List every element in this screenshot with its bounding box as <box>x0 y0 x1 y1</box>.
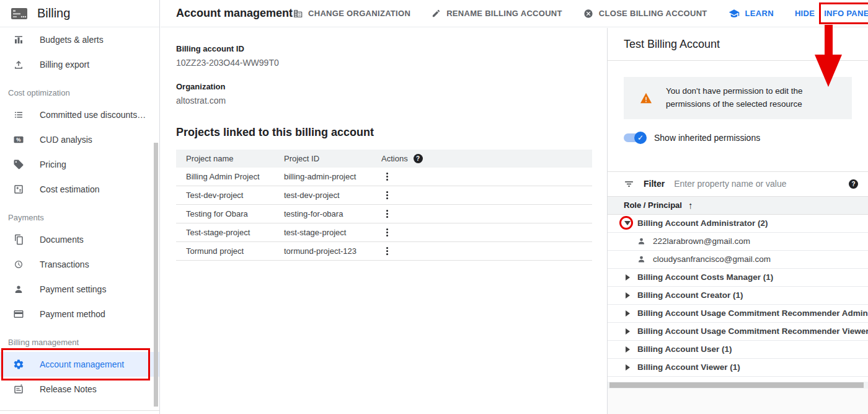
section-cost-optimization: Cost optimization <box>0 77 159 102</box>
sidebar-header: Billing <box>0 0 159 27</box>
sidebar-item-payment-settings[interactable]: Payment settings <box>0 277 159 302</box>
sort-ascending-icon: ↑ <box>688 200 693 210</box>
table-row: Testing for Obara testing-for-obara <box>176 205 592 223</box>
topbar-actions: CHANGE ORGANIZATION RENAME BILLING ACCOU… <box>293 7 868 19</box>
account-management-icon <box>13 359 24 370</box>
expand-caret-icon[interactable] <box>624 292 631 299</box>
sidebar-item-payment-method[interactable]: Payment method <box>0 302 159 326</box>
sidebar-divider <box>0 410 159 411</box>
billing-card-icon <box>11 7 28 20</box>
show-inherited-permissions-toggle[interactable]: ✓ <box>624 133 645 142</box>
main-content: Billing account ID 10ZZ23-203O44-WW99T0 … <box>161 28 606 414</box>
collapse-caret-icon[interactable] <box>624 220 631 227</box>
role-row-recommender-admin[interactable]: Billing Account Usage Commitment Recomme… <box>608 305 868 323</box>
expand-caret-icon[interactable] <box>624 364 631 371</box>
more-actions-icon[interactable] <box>381 245 592 258</box>
inherited-permissions-toggle-row: ✓ Show inherited permissions <box>624 133 868 143</box>
member-email: cloudysanfrancisco@gmail.com <box>653 254 771 264</box>
sidebar-item-budgets-alerts[interactable]: Budgets & alerts <box>0 27 159 52</box>
more-actions-icon[interactable] <box>381 170 592 183</box>
payment-method-icon <box>13 308 24 320</box>
role-row-creator[interactable]: Billing Account Creator (1) <box>608 287 868 305</box>
role-principal-header[interactable]: Role / Principal ↑ <box>608 196 868 215</box>
project-id: test-stage-project <box>284 228 381 237</box>
sidebar-item-release-notes[interactable]: Release Notes <box>0 377 159 402</box>
sidebar-item-cud-analysis[interactable]: % CUD analysis <box>0 127 159 152</box>
svg-text:%: % <box>16 137 21 143</box>
learn-button[interactable]: LEARN <box>728 8 774 19</box>
documents-icon <box>13 234 24 245</box>
release-notes-icon <box>13 384 24 395</box>
filter-help-icon[interactable]: ? <box>849 179 858 189</box>
table-row: Billing Admin Project billing-admin-proj… <box>176 168 592 186</box>
warning-icon <box>640 92 652 104</box>
project-name: Test-stage-project <box>186 228 284 237</box>
role-row-user[interactable]: Billing Account User (1) <box>608 341 868 359</box>
transactions-icon <box>13 259 24 270</box>
page-title: Account management <box>176 7 293 20</box>
sidebar-item-cost-estimation[interactable]: Cost estimation <box>0 177 159 202</box>
expand-caret-icon[interactable] <box>624 310 631 317</box>
table-row: Test-stage-project test-stage-project <box>176 223 592 242</box>
budgets-alerts-icon <box>13 34 24 45</box>
billing-export-icon <box>13 59 24 70</box>
project-name: Test-dev-project <box>186 191 284 200</box>
table-row: Tormund project tormund-project-123 <box>176 242 592 261</box>
pencil-icon <box>432 9 441 18</box>
billing-account-id-field: Billing account ID 10ZZ23-203O44-WW99T0 <box>176 44 606 68</box>
actions-help-icon[interactable]: ? <box>414 154 423 163</box>
sidebar-nav: Budgets & alerts Billing export Cost opt… <box>0 27 159 411</box>
projects-table: Project name Project ID Actions ? Billin… <box>176 150 592 261</box>
sidebar-item-account-management[interactable]: Account management <box>0 352 159 377</box>
project-id: billing-admin-project <box>284 172 381 181</box>
role-row-billing-account-administrator[interactable]: Billing Account Administrator (2) <box>608 215 868 233</box>
more-actions-icon[interactable] <box>381 189 592 202</box>
person-icon <box>637 254 646 264</box>
annotation-box-info-panel: INFO PANEL <box>819 2 868 24</box>
expand-caret-icon[interactable] <box>624 346 631 353</box>
project-id: test-dev-project <box>284 191 381 200</box>
horizontal-scrollbar-thumb[interactable] <box>609 382 864 388</box>
cud-analysis-icon: % <box>13 134 24 145</box>
horizontal-scrollbar <box>608 382 868 389</box>
sidebar-item-committed-use-discounts[interactable]: Committed use discounts… <box>0 102 159 127</box>
panel-bottom-area <box>608 389 868 414</box>
rename-billing-account-button[interactable]: RENAME BILLING ACCOUNT <box>432 9 562 18</box>
change-organization-button[interactable]: CHANGE ORGANIZATION <box>293 9 410 19</box>
close-billing-account-button[interactable]: CLOSE BILLING ACCOUNT <box>583 9 707 19</box>
topbar: Account management CHANGE ORGANIZATION R… <box>161 0 868 27</box>
section-payments: Payments <box>0 202 159 227</box>
filter-input[interactable] <box>674 179 839 189</box>
project-name: Billing Admin Project <box>186 172 284 181</box>
project-id: tormund-project-123 <box>284 246 381 256</box>
member-email: 222larabrown@gmail.com <box>653 236 750 246</box>
projects-section-title: Projects linked to this billing account <box>176 126 606 139</box>
billing-account-id-value: 10ZZ23-203O44-WW99T0 <box>176 58 606 68</box>
expand-caret-icon[interactable] <box>624 274 631 281</box>
close-circle-icon <box>583 9 593 19</box>
person-icon <box>637 236 646 246</box>
hide-info-panel-button[interactable]: HIDE INFO PANEL <box>795 7 868 19</box>
sidebar-item-transactions[interactable]: Transactions <box>0 252 159 277</box>
sidebar-item-documents[interactable]: Documents <box>0 227 159 252</box>
organization-icon <box>293 9 303 19</box>
more-actions-icon[interactable] <box>381 226 592 239</box>
role-row-viewer[interactable]: Billing Account Viewer (1) <box>608 359 868 377</box>
learn-icon <box>728 8 740 19</box>
sidebar-item-pricing[interactable]: Pricing <box>0 152 159 177</box>
payment-settings-icon <box>13 284 24 295</box>
more-actions-icon[interactable] <box>381 207 592 220</box>
annotation-arrow-shaft <box>825 25 833 56</box>
sidebar-item-billing-export[interactable]: Billing export <box>0 52 159 77</box>
section-billing-management: Billing management <box>0 326 159 352</box>
expand-caret-icon[interactable] <box>624 328 631 335</box>
role-row-recommender-viewer[interactable]: Billing Account Usage Commitment Recomme… <box>608 323 868 341</box>
projects-table-header: Project name Project ID Actions ? <box>176 150 592 168</box>
project-name: Testing for Obara <box>186 209 284 218</box>
organization-value: altostrat.com <box>176 96 606 106</box>
role-row-costs-manager[interactable]: Billing Account Costs Manager (1) <box>608 269 868 287</box>
pricing-icon <box>13 159 24 170</box>
sidebar-scrollbar[interactable] <box>154 143 158 407</box>
member-row: cloudysanfrancisco@gmail.com <box>608 251 868 269</box>
filter-row: Filter ? <box>608 172 868 196</box>
